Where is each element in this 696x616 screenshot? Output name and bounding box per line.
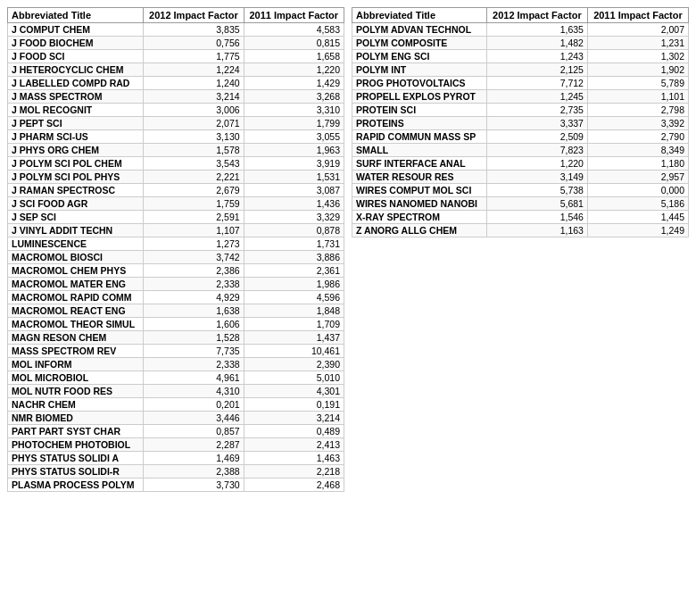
impact2012-cell: 2,591 bbox=[144, 211, 244, 224]
table-row: MASS SPECTROM REV 7,735 10,461 bbox=[8, 345, 344, 358]
right-header-2011: 2011 Impact Factor bbox=[587, 8, 688, 23]
table-row: PROG PHOTOVOLTAICS 7,712 5,789 bbox=[352, 77, 689, 90]
impact2012-cell: 2,071 bbox=[144, 117, 244, 130]
left-table: Abbreviated Title 2012 Impact Factor 201… bbox=[7, 7, 344, 492]
table-row: J SEP SCI 2,591 3,329 bbox=[8, 211, 344, 224]
impact2012-cell: 1,163 bbox=[486, 224, 587, 237]
abbrev-cell: J POLYM SCI POL CHEM bbox=[8, 157, 144, 171]
abbrev-cell: LUMINESCENCE bbox=[8, 237, 144, 251]
abbrev-cell: MACROMOL CHEM PHYS bbox=[8, 264, 144, 278]
table-row: MACROMOL MATER ENG 2,338 1,986 bbox=[8, 278, 344, 291]
abbrev-cell: J FOOD BIOCHEM bbox=[8, 37, 144, 50]
impact2012-cell: 2,509 bbox=[486, 130, 587, 144]
abbrev-cell: PHYS STATUS SOLIDI A bbox=[8, 452, 144, 465]
abbrev-cell: PART PART SYST CHAR bbox=[8, 425, 144, 438]
impact2011-cell: 1,249 bbox=[587, 224, 688, 237]
abbrev-cell: MACROMOL RAPID COMM bbox=[8, 291, 144, 304]
impact2012-cell: 4,310 bbox=[144, 385, 244, 398]
impact2011-cell: 1,731 bbox=[244, 237, 344, 251]
impact2011-cell: 2,957 bbox=[587, 171, 688, 184]
right-header-abbrev: Abbreviated Title bbox=[352, 8, 487, 23]
abbrev-cell: PROG PHOTOVOLTAICS bbox=[352, 77, 487, 90]
impact2011-cell: 1,658 bbox=[244, 50, 344, 63]
left-header-abbrev: Abbreviated Title bbox=[8, 8, 144, 23]
impact2011-cell: 8,349 bbox=[587, 144, 688, 157]
impact2011-cell: 1,445 bbox=[587, 211, 688, 224]
table-row: J FOOD BIOCHEM 0,756 0,815 bbox=[8, 37, 344, 50]
impact2011-cell: 1,709 bbox=[244, 318, 344, 331]
abbrev-cell: NMR BIOMED bbox=[8, 412, 144, 425]
table-row: POLYM COMPOSITE 1,482 1,231 bbox=[352, 37, 689, 50]
abbrev-cell: J PEPT SCI bbox=[8, 117, 144, 130]
impact2012-cell: 1,482 bbox=[486, 37, 587, 50]
impact2012-cell: 1,243 bbox=[486, 50, 587, 63]
abbrev-cell: X-RAY SPECTROM bbox=[352, 211, 487, 224]
impact2011-cell: 1,101 bbox=[587, 90, 688, 104]
impact2011-cell: 3,214 bbox=[244, 412, 344, 425]
table-row: RAPID COMMUN MASS SP 2,509 2,790 bbox=[352, 130, 689, 144]
impact2012-cell: 0,201 bbox=[144, 398, 244, 412]
impact2011-cell: 0,815 bbox=[244, 37, 344, 50]
impact2012-cell: 3,214 bbox=[144, 90, 244, 104]
table-row: J RAMAN SPECTROSC 2,679 3,087 bbox=[8, 184, 344, 197]
table-row: PLASMA PROCESS POLYM 3,730 2,468 bbox=[8, 479, 344, 492]
abbrev-cell: WIRES COMPUT MOL SCI bbox=[352, 184, 487, 197]
abbrev-cell: J SEP SCI bbox=[8, 211, 144, 224]
impact2012-cell: 4,961 bbox=[144, 371, 244, 385]
impact2011-cell: 2,361 bbox=[244, 264, 344, 278]
impact2011-cell: 2,413 bbox=[244, 438, 344, 452]
impact2012-cell: 5,681 bbox=[486, 197, 587, 211]
abbrev-cell: WIRES NANOMED NANOBI bbox=[352, 197, 487, 211]
table-row: MACROMOL REACT ENG 1,638 1,848 bbox=[8, 304, 344, 318]
abbrev-cell: J SCI FOOD AGR bbox=[8, 197, 144, 211]
abbrev-cell: MACROMOL REACT ENG bbox=[8, 304, 144, 318]
impact2012-cell: 1,224 bbox=[144, 63, 244, 77]
abbrev-cell: J VINYL ADDIT TECHN bbox=[8, 224, 144, 237]
impact2012-cell: 1,759 bbox=[144, 197, 244, 211]
abbrev-cell: MAGN RESON CHEM bbox=[8, 331, 144, 345]
right-table-section: Abbreviated Title 2012 Impact Factor 201… bbox=[352, 7, 689, 492]
impact2011-cell: 1,848 bbox=[244, 304, 344, 318]
impact2011-cell: 0,878 bbox=[244, 224, 344, 237]
table-row: J HETEROCYCLIC CHEM 1,224 1,220 bbox=[8, 63, 344, 77]
impact2012-cell: 4,929 bbox=[144, 291, 244, 304]
table-row: J COMPUT CHEM 3,835 4,583 bbox=[8, 23, 344, 37]
impact2012-cell: 1,546 bbox=[486, 211, 587, 224]
table-row: MACROMOL RAPID COMM 4,929 4,596 bbox=[8, 291, 344, 304]
table-row: MAGN RESON CHEM 1,528 1,437 bbox=[8, 331, 344, 345]
table-row: PART PART SYST CHAR 0,857 0,489 bbox=[8, 425, 344, 438]
impact2012-cell: 1,528 bbox=[144, 331, 244, 345]
impact2012-cell: 5,738 bbox=[486, 184, 587, 197]
impact2011-cell: 5,789 bbox=[587, 77, 688, 90]
abbrev-cell: PROPELL EXPLOS PYROT bbox=[352, 90, 487, 104]
impact2012-cell: 2,221 bbox=[144, 171, 244, 184]
impact2012-cell: 1,775 bbox=[144, 50, 244, 63]
abbrev-cell: POLYM ADVAN TECHNOL bbox=[352, 23, 487, 37]
abbrev-cell: POLYM INT bbox=[352, 63, 487, 77]
impact2011-cell: 1,986 bbox=[244, 278, 344, 291]
abbrev-cell: NACHR CHEM bbox=[8, 398, 144, 412]
impact2012-cell: 3,130 bbox=[144, 130, 244, 144]
impact2012-cell: 1,606 bbox=[144, 318, 244, 331]
impact2011-cell: 1,963 bbox=[244, 144, 344, 157]
impact2012-cell: 1,245 bbox=[486, 90, 587, 104]
impact2011-cell: 4,301 bbox=[244, 385, 344, 398]
table-row: PROTEINS 3,337 3,392 bbox=[352, 117, 689, 130]
impact2012-cell: 7,735 bbox=[144, 345, 244, 358]
impact2011-cell: 3,392 bbox=[587, 117, 688, 130]
impact2011-cell: 1,302 bbox=[587, 50, 688, 63]
table-row: PHOTOCHEM PHOTOBIOL 2,287 2,413 bbox=[8, 438, 344, 452]
abbrev-cell: SURF INTERFACE ANAL bbox=[352, 157, 487, 171]
table-row: MOL NUTR FOOD RES 4,310 4,301 bbox=[8, 385, 344, 398]
impact2011-cell: 3,919 bbox=[244, 157, 344, 171]
impact2012-cell: 1,220 bbox=[486, 157, 587, 171]
impact2011-cell: 2,007 bbox=[587, 23, 688, 37]
table-row: Z ANORG ALLG CHEM 1,163 1,249 bbox=[352, 224, 689, 237]
abbrev-cell: PLASMA PROCESS POLYM bbox=[8, 479, 144, 492]
abbrev-cell: PHYS STATUS SOLIDI-R bbox=[8, 465, 144, 479]
impact2012-cell: 3,006 bbox=[144, 104, 244, 117]
impact2012-cell: 2,287 bbox=[144, 438, 244, 452]
impact2011-cell: 1,180 bbox=[587, 157, 688, 171]
table-row: J MASS SPECTROM 3,214 3,268 bbox=[8, 90, 344, 104]
impact2012-cell: 7,712 bbox=[486, 77, 587, 90]
